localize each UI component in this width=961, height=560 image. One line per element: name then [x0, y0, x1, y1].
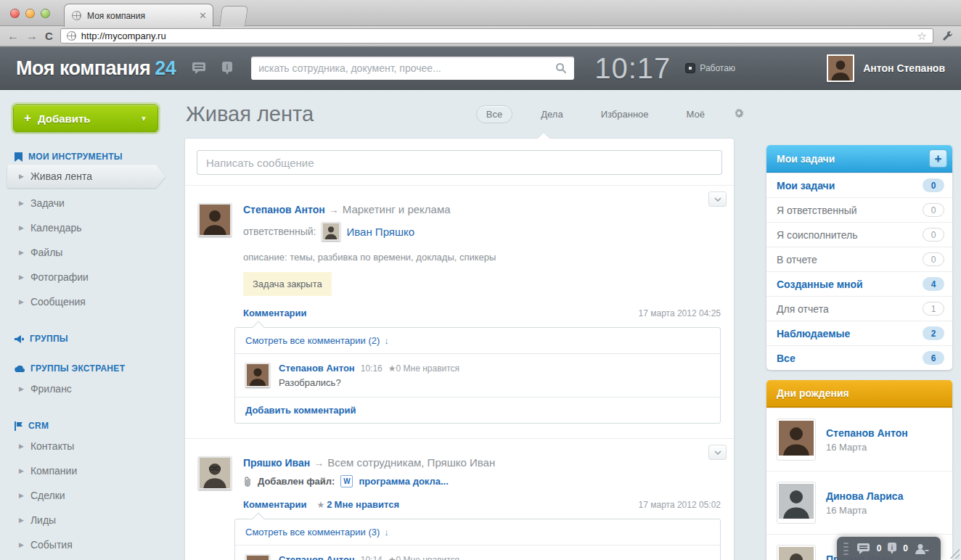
- tab-mine[interactable]: Моё: [677, 106, 714, 123]
- brand-logo[interactable]: Моя компания24: [16, 57, 176, 80]
- sidebar-item-messages[interactable]: ▶ Сообщения: [0, 289, 174, 314]
- post-author-link[interactable]: Степанов Антон: [243, 204, 325, 215]
- arrow-right-icon: →: [329, 204, 339, 215]
- collapse-post-button[interactable]: [708, 445, 727, 460]
- show-all-comments-link[interactable]: Смотреть все комментарии (3) ↓: [235, 519, 720, 545]
- new-tab-button[interactable]: [219, 6, 248, 27]
- section-extranet-groups[interactable]: ГРУППЫ ЭКСТРАНЕТ: [15, 363, 160, 374]
- comment-author-link[interactable]: Степанов Антон: [279, 554, 355, 560]
- sidebar-item-companies[interactable]: ▶ Компании: [0, 458, 174, 483]
- user-avatar[interactable]: [827, 54, 854, 82]
- sidebar-item-leads[interactable]: ▶ Лиды: [0, 508, 174, 532]
- tab-favorites[interactable]: Избранное: [592, 106, 658, 123]
- comment-like-link[interactable]: ★0 Мне нравится: [388, 363, 459, 374]
- post-like-link[interactable]: ★ 2 Мне нравится: [317, 499, 400, 510]
- like-count: 2: [327, 499, 332, 510]
- chevron-down-icon[interactable]: ▼: [140, 115, 147, 123]
- chevron-right-icon: ▶: [19, 492, 24, 499]
- chevron-right-icon: ▶: [19, 442, 24, 450]
- comment-like-link[interactable]: ★0 Мне нравится: [388, 555, 459, 560]
- comment-author-link[interactable]: Степанов Антон: [279, 363, 355, 374]
- show-all-comments-link[interactable]: Смотреть все комментарии (2) ↓: [235, 328, 720, 354]
- search-icon[interactable]: [555, 62, 567, 74]
- tab-all[interactable]: Все: [476, 105, 512, 123]
- sidebar-item-label: Календарь: [30, 222, 82, 234]
- sidebar-item-photos[interactable]: ▶ Фотографии: [0, 265, 174, 289]
- tasks-row-responsible[interactable]: Я ответственный 0: [766, 197, 952, 222]
- window-controls[interactable]: [10, 9, 50, 18]
- sidebar-item-files[interactable]: ▶ Файлы: [0, 240, 174, 265]
- tasks-row-all[interactable]: Все 6: [766, 345, 952, 370]
- add-button[interactable]: + Добавить ▼: [13, 104, 158, 132]
- sidebar-item-tasks[interactable]: ▶ Задачи: [0, 191, 174, 215]
- birthday-name-link[interactable]: Динова Лариса: [826, 490, 904, 502]
- current-user[interactable]: Антон Степанов: [827, 54, 945, 82]
- notifications-info-icon[interactable]: i: [222, 62, 232, 75]
- tasks-row-for-report[interactable]: Для отчета 1: [766, 296, 952, 321]
- zoom-window-button[interactable]: [41, 9, 50, 18]
- bookmark-star-icon[interactable]: ☆: [917, 30, 927, 43]
- page-title: Живая лента: [186, 102, 314, 126]
- tab-close-icon[interactable]: ✕: [199, 11, 207, 20]
- feed-post-task: Степанов Антон → Маркетинг и реклама отв…: [185, 186, 734, 438]
- composer-input[interactable]: [197, 150, 722, 175]
- tasks-row-co-executor[interactable]: Я соисполнитель 0: [766, 222, 952, 247]
- birthday-avatar[interactable]: [779, 421, 814, 456]
- tasks-row-created-by-me[interactable]: Созданные мной 4: [766, 271, 952, 296]
- birthday-avatar[interactable]: [779, 547, 814, 560]
- section-crm[interactable]: CRM: [15, 421, 160, 431]
- add-task-button[interactable]: +: [929, 149, 947, 168]
- minimize-window-button[interactable]: [25, 9, 35, 18]
- back-icon[interactable]: ←: [7, 30, 19, 42]
- messages-icon[interactable]: [192, 62, 206, 75]
- sidebar-item-calendar[interactable]: ▶ Календарь: [0, 215, 174, 240]
- post-author-link[interactable]: Пряшко Иван: [243, 457, 310, 469]
- sidebar-item-contacts[interactable]: ▶ Контакты: [0, 434, 174, 458]
- page: + Добавить ▼ МОИ ИНСТРУМЕНТЫ ▶ Живая лен…: [0, 90, 961, 560]
- sidebar-item-live-feed[interactable]: ▶ Живая лента: [7, 165, 165, 188]
- comments-link[interactable]: Комментарии: [243, 308, 307, 318]
- sidebar-item-deals[interactable]: ▶ Сделки: [0, 483, 174, 508]
- search-input[interactable]: [258, 62, 555, 74]
- work-status-icon[interactable]: [685, 63, 695, 73]
- notification-bar[interactable]: 0 i 0: [837, 537, 941, 560]
- forward-icon[interactable]: →: [26, 30, 38, 42]
- post-author-avatar[interactable]: [198, 203, 232, 236]
- invite-user-icon[interactable]: [915, 543, 929, 554]
- tasks-row-watched[interactable]: Наблюдаемые 2: [766, 321, 952, 345]
- drag-handle[interactable]: [843, 543, 848, 555]
- tasks-row-in-report[interactable]: В отчете 0: [766, 247, 952, 271]
- birthday-avatar[interactable]: [779, 484, 814, 519]
- wrench-icon[interactable]: [941, 30, 954, 43]
- tasks-row-my-tasks[interactable]: Мои задачи 0: [766, 173, 952, 197]
- post-author-avatar[interactable]: [198, 456, 232, 490]
- file-name-link[interactable]: программа докла...: [359, 476, 448, 487]
- comment-author-avatar[interactable]: [245, 554, 270, 560]
- show-all-comments-label: Смотреть все комментарии (3): [245, 527, 380, 538]
- info-icon[interactable]: i: [888, 543, 896, 554]
- tab-todo[interactable]: Дела: [531, 106, 572, 123]
- add-comment-link[interactable]: Добавить комментарий: [235, 397, 720, 423]
- section-groups[interactable]: ГРУППЫ: [15, 334, 160, 344]
- responsible-avatar[interactable]: [322, 222, 340, 241]
- reload-icon[interactable]: C: [45, 30, 53, 42]
- browser-tab[interactable]: Моя компания ✕: [64, 4, 213, 27]
- count-badge: 0: [923, 252, 944, 266]
- sidebar-item-events[interactable]: ▶ События: [0, 532, 174, 557]
- comments-link[interactable]: Комментарии: [243, 499, 307, 510]
- global-search: [251, 57, 574, 80]
- work-clock[interactable]: 10:17: [594, 52, 671, 85]
- chevron-right-icon: ▶: [19, 273, 24, 281]
- close-window-button[interactable]: [10, 9, 20, 18]
- birthday-name-link[interactable]: Степанов Антон: [826, 427, 908, 439]
- work-status[interactable]: Работаю: [685, 63, 735, 73]
- chat-bubble-icon[interactable]: [856, 543, 870, 554]
- comment-author-avatar[interactable]: [245, 363, 270, 387]
- collapse-post-button[interactable]: [708, 192, 727, 207]
- birthday-date: 16 Марта: [826, 442, 908, 453]
- responsible-name-link[interactable]: Иван Пряшко: [346, 226, 414, 238]
- birthday-entry: Степанов Антон 16 Марта: [766, 408, 952, 471]
- sidebar-item-freelance[interactable]: ▶ Фриланс: [0, 376, 174, 401]
- url-field[interactable]: http://mycompany.ru ☆: [60, 28, 933, 44]
- gear-icon[interactable]: [733, 108, 745, 120]
